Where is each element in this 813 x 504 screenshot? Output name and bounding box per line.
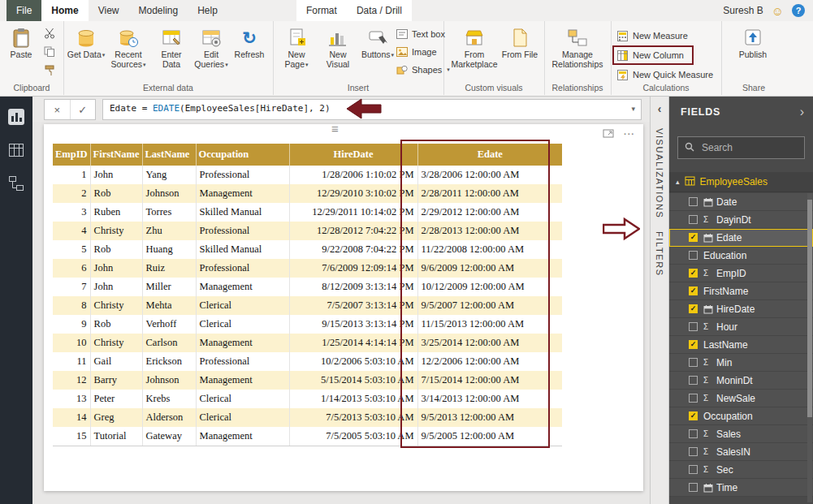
field-label: DayinDt — [716, 214, 751, 226]
scrollbar-thumb[interactable] — [807, 200, 812, 417]
field-checkbox[interactable] — [689, 358, 698, 367]
fields-scrollbar[interactable] — [807, 193, 812, 502]
tab-help[interactable]: Help — [188, 0, 227, 21]
field-checkbox[interactable] — [689, 215, 698, 224]
manage-relationships-button[interactable]: Manage Relationships — [547, 23, 608, 69]
fields-search-box[interactable] — [677, 136, 805, 159]
visual-drag-handle-icon[interactable]: ≡ — [331, 122, 339, 136]
report-view-button[interactable] — [6, 107, 26, 127]
field-item-hour[interactable]: ΣHour — [669, 318, 813, 336]
column-header-firstname[interactable]: FirstName — [90, 144, 142, 166]
field-checkbox[interactable] — [689, 394, 698, 403]
field-item-monindt[interactable]: ΣMoninDt — [669, 372, 813, 390]
field-label: Education — [703, 250, 746, 261]
field-item-hiredate[interactable]: ✓HireDate — [669, 300, 813, 318]
cancel-formula-icon[interactable]: × — [45, 100, 71, 119]
expand-panel-chevron-icon[interactable]: ‹ — [658, 96, 662, 115]
commit-formula-icon[interactable]: ✓ — [71, 100, 96, 119]
formula-expand-chevron-icon[interactable]: ▾ — [631, 100, 635, 118]
tab-view[interactable]: View — [89, 0, 129, 21]
shapes-button[interactable]: Shapes ▾ — [396, 62, 450, 77]
focus-mode-icon[interactable] — [603, 127, 614, 141]
data-view-button[interactable] — [6, 140, 26, 160]
image-button[interactable]: Image — [396, 45, 450, 59]
visualizations-panel-tab[interactable]: VISUALIZATIONS — [655, 128, 664, 218]
fields-collapse-chevron-icon[interactable]: › — [800, 105, 805, 119]
field-item-sec[interactable]: ΣSec — [669, 461, 813, 479]
field-item-lastname[interactable]: ✓LastName — [669, 336, 813, 354]
report-canvas[interactable]: ≡ ··· EmpIDFirstNameLastNameOccupationHi… — [32, 122, 650, 504]
model-view-button[interactable] — [6, 174, 26, 193]
column-header-occupation[interactable]: Occupation — [196, 144, 289, 166]
field-item-sales[interactable]: ΣSales — [669, 425, 813, 443]
table-expander-icon[interactable]: ▴ — [676, 178, 680, 186]
table-cell: Zhu — [142, 222, 196, 240]
field-item-newsale[interactable]: ΣNewSale — [669, 390, 813, 407]
copy-button[interactable] — [42, 45, 57, 58]
refresh-button[interactable]: ↻ Refresh — [231, 23, 268, 59]
field-checkbox-checked[interactable]: ✓ — [689, 411, 698, 420]
tab-format[interactable]: Format — [296, 0, 347, 21]
more-options-icon[interactable]: ··· — [624, 130, 635, 139]
new-visual-button[interactable]: New Visual — [317, 23, 359, 69]
field-checkbox[interactable] — [689, 322, 698, 331]
filters-panel-tab[interactable]: FILTERS — [655, 231, 664, 277]
get-data-label: Get Data — [67, 50, 102, 59]
fields-table-employeesales[interactable]: ▴ EmployeeSales — [669, 172, 813, 192]
new-page-button[interactable]: New Page▾ — [276, 23, 317, 69]
fields-pane-title: FIELDS — [681, 106, 720, 118]
field-item-edate[interactable]: ✓Edate — [669, 229, 813, 247]
field-item-min[interactable]: ΣMin — [669, 354, 813, 372]
field-checkbox[interactable] — [689, 197, 698, 206]
help-icon[interactable]: ? — [792, 4, 805, 17]
publish-button[interactable]: Publish — [734, 23, 772, 59]
edit-queries-label: Edit Queries — [194, 50, 224, 69]
field-item-education[interactable]: Education — [669, 247, 813, 265]
recent-sources-button[interactable]: Recent Sources▾ — [106, 23, 151, 69]
field-checkbox-checked[interactable]: ✓ — [689, 304, 698, 313]
field-item-firstname[interactable]: ✓FirstName — [669, 282, 813, 300]
field-checkbox[interactable] — [689, 429, 698, 438]
new-quick-measure-button[interactable]: New Quick Measure — [614, 65, 713, 84]
format-painter-button[interactable] — [42, 64, 57, 77]
field-checkbox-checked[interactable]: ✓ — [689, 269, 698, 278]
search-input[interactable] — [700, 141, 798, 154]
field-checkbox[interactable] — [689, 447, 698, 456]
tab-modeling[interactable]: Modeling — [128, 0, 188, 21]
column-header-hiredate[interactable]: HireDate — [289, 144, 417, 166]
column-header-empid[interactable]: EmpID — [53, 144, 90, 166]
field-item-empid[interactable]: ✓ΣEmpID — [669, 265, 813, 282]
field-checkbox-checked[interactable]: ✓ — [689, 233, 698, 242]
cut-button[interactable] — [42, 27, 57, 40]
from-marketplace-button[interactable]: From Marketplace — [448, 23, 500, 69]
field-checkbox-checked[interactable]: ✓ — [689, 286, 698, 295]
field-label: Sec — [716, 464, 733, 476]
field-checkbox[interactable] — [689, 483, 698, 492]
field-label: LastName — [703, 339, 748, 351]
field-item-occupation[interactable]: ✓Occupation — [669, 407, 813, 425]
tab-data-drill[interactable]: Data / Drill — [347, 0, 412, 21]
field-item-salesin[interactable]: ΣSalesIN — [669, 443, 813, 461]
field-item-date[interactable]: Date — [669, 193, 813, 211]
field-item-dayindt[interactable]: ΣDayinDt — [669, 211, 813, 229]
enter-data-button[interactable]: Enter Data — [151, 23, 192, 69]
feedback-smiley-icon[interactable]: ☺ — [772, 5, 784, 17]
paste-button[interactable]: Paste — [4, 23, 38, 59]
field-checkbox-checked[interactable]: ✓ — [689, 340, 698, 349]
buttons-button[interactable]: Buttons▾ — [359, 23, 396, 59]
new-measure-button[interactable]: New Measure — [614, 26, 713, 45]
field-checkbox[interactable] — [689, 376, 698, 385]
table-cell: Clerical — [196, 390, 289, 408]
tab-home[interactable]: Home — [41, 0, 88, 21]
table-cell: Clerical — [196, 296, 289, 315]
edit-queries-button[interactable]: Edit Queries▾ — [192, 23, 231, 69]
column-header-lastname[interactable]: LastName — [142, 144, 196, 166]
field-checkbox[interactable] — [689, 251, 698, 260]
tab-file[interactable]: File — [6, 0, 41, 21]
text-box-button[interactable]: Text box — [396, 27, 450, 41]
field-checkbox[interactable] — [689, 465, 698, 474]
field-item-time[interactable]: Time — [669, 479, 813, 497]
from-file-button[interactable]: From File — [500, 23, 539, 59]
get-data-button[interactable]: Get Data▾ — [67, 23, 106, 59]
publish-label: Publish — [739, 50, 767, 59]
